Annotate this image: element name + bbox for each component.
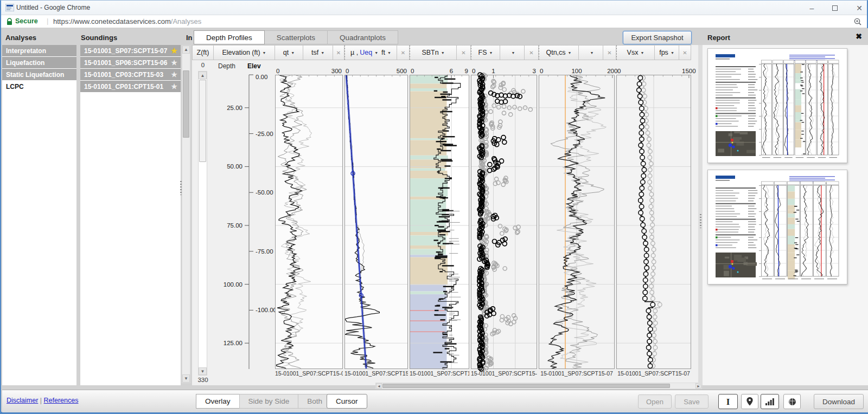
column-header-z[interactable]: Z(ft) [192,45,214,60]
h-scrollbar-thumb[interactable] [382,384,670,388]
column-header-qt-unit[interactable]: tsf▼ [303,45,333,60]
analyses-item-liquefaction[interactable]: Liquefaction [2,57,76,69]
link-references[interactable]: References [44,397,79,404]
url-text[interactable]: https://www.conetecdataservices.com/Anal… [53,17,201,25]
close-qt-column-icon[interactable]: ✕ [333,45,344,60]
inputs-scrollbar[interactable]: ▲ ▼ [182,45,190,383]
link-disclaimer[interactable]: Disclaimer [7,397,38,404]
plot-canvas-sbtn[interactable] [410,75,469,369]
tab-favicon [5,4,14,11]
plot-panel-sbtn[interactable]: 06915-01001_SP07:SCPT15-07 [410,60,469,379]
plot-canvas-qtncs[interactable] [539,75,615,369]
text-annotation-button[interactable]: I [718,394,738,409]
export-snapshot-button[interactable]: Export Snapshot [623,31,692,44]
plot-canvas-u[interactable] [344,75,408,369]
plot-panel-fs[interactable]: 01315-01001_SP07:SCPT15-07 [471,60,537,379]
sounding-item[interactable]: 15-01001_SP07:SCPT15-07★ [80,45,181,57]
close-fs-column-icon[interactable]: ✕ [525,45,539,60]
column-header-elevation[interactable]: Elevation (ft)▼ [214,45,275,60]
report-page-thumbnail[interactable] [707,170,847,284]
pin-icon [746,397,753,406]
address-bar[interactable]: Secure | https://www.conetecdataservices… [1,15,867,28]
star-icon[interactable]: ★ [171,81,177,93]
view-mode-side-by-side[interactable]: Side by Side [239,394,299,409]
star-icon[interactable]: ★ [171,69,177,81]
column-header-vsx-unit[interactable]: fps▼ [655,45,679,60]
download-button[interactable]: Download [814,394,864,409]
axis-tick-label: 1 [492,68,495,74]
map-pin-button[interactable] [741,394,758,409]
axis-tick-label: 0 [617,68,621,74]
sounding-item[interactable]: 15-01001_CP01:CPT15-01★ [80,81,181,93]
save-button[interactable]: Save [675,394,709,409]
plot-panel-vsx[interactable]: 0150015-01001_SP07:SCPT15-07 [616,60,691,379]
report-page-thumbnail[interactable] [707,48,847,163]
panel-splitter-grip[interactable] [180,181,182,195]
column-header-fs[interactable]: FS▼ [471,45,500,60]
chart-horizontal-scrollbar[interactable]: ◄ ► [375,383,702,389]
sounding-item[interactable]: 15-01001_CP03:CPT15-03★ [80,69,181,81]
plot-panel-qt[interactable]: 030015-01001_SP07:SCPT15-07 [275,60,343,379]
scroll-down-arrow[interactable]: ▼ [182,374,190,383]
plot-axis-row: 0100200 [539,60,615,75]
close-sbtn-column-icon[interactable]: ✕ [457,45,471,60]
report-panel [703,45,868,385]
tab-depth-profiles[interactable]: Depth Profiles [194,30,265,44]
map-view-button[interactable] [783,394,801,409]
axis-tick-label: 1500 [682,68,696,74]
view-tabs: Depth ProfilesScatterplotsQuadrantplots [194,30,398,44]
column-header-vsx[interactable]: Vsx▼ [616,45,655,60]
footer-toolbar: Disclaimer | References OverlaySide by S… [2,390,868,412]
column-header-qtncs[interactable]: Qtn,cs▼ [539,45,579,60]
view-mode-overlay[interactable]: Overlay [196,394,240,409]
svg-text:125.00: 125.00 [224,340,242,346]
open-button[interactable]: Open [638,394,672,409]
svg-text:-25.00: -25.00 [256,131,273,137]
report-close-icon[interactable]: ✖ [853,32,865,43]
tab-quadrantplots[interactable]: Quadrantplots [328,30,398,44]
column-header-fs-option[interactable]: ▼ [500,45,525,60]
depth-scroll-down-arrow[interactable]: ▼ [199,367,207,375]
inputs-panel-title: In [186,34,193,42]
sounding-label: 15-01001_CP03:CPT15-03 [84,71,163,79]
close-vsx-column-icon[interactable]: ✕ [679,45,691,60]
report-splitter-grip[interactable] [700,214,701,228]
close-u-column-icon[interactable]: ✕ [397,45,410,60]
elev-axis-header: Elev [247,62,261,70]
depth-scrollbar[interactable]: ▲ ▼ [198,71,207,376]
plot-panel-u[interactable]: 050015-01001_SP07:SCPT15-07 [344,60,408,379]
minimize-button[interactable]: – [809,4,814,12]
column-header-u[interactable]: µ ,Ueq▼ft▼ [344,45,397,60]
report-panel-title: Report [707,34,730,42]
column-header-qt[interactable]: qt▼ [275,45,303,60]
zoom-icon[interactable] [854,18,862,26]
report-splitter[interactable] [698,45,703,385]
scroll-up-arrow[interactable]: ▲ [182,46,190,54]
close-qtncs-column-icon[interactable]: ✕ [603,45,616,60]
column-header-qtncs-option[interactable]: ▼ [579,45,603,60]
scroll-left-arrow[interactable]: ◄ [376,383,382,389]
sounding-label: 15-01001_CP01:CPT15-01 [84,83,163,90]
chart-view-button[interactable] [761,394,779,409]
sounding-item[interactable]: 15-01001_SP06:SCPT15-06★ [80,57,181,69]
footer-links: Disclaimer | References [7,397,78,404]
analyses-item-lcpc[interactable]: LCPC [2,81,76,93]
analyses-item-interpretaton[interactable]: Interpretaton [2,45,76,57]
close-button[interactable]: ✕ [856,4,863,12]
z-range-top: 0 [192,62,214,68]
scrollbar-thumb[interactable] [183,70,189,138]
depth-scrollbar-thumb[interactable] [199,80,206,162]
column-header-sbtn[interactable]: SBTn▼ [410,45,457,60]
depth-scroll-up-arrow[interactable]: ▲ [199,72,207,79]
tab-scatterplots[interactable]: Scatterplots [265,30,328,44]
plot-canvas-fs[interactable] [471,75,537,369]
axis-tick-label: 0 [276,68,279,74]
analyses-item-static-liquefaction[interactable]: Static Liquefaction [2,69,76,81]
plot-canvas-vsx[interactable] [616,75,691,369]
plot-canvas-qt[interactable] [275,75,343,369]
plot-panel-qtncs[interactable]: 010020015-01001_SP07:SCPT15-07 [539,60,615,379]
cursor-button[interactable]: Cursor [327,394,367,409]
star-icon[interactable]: ★ [171,57,177,69]
maximize-button[interactable] [832,5,838,11]
star-icon[interactable]: ★ [171,45,177,57]
